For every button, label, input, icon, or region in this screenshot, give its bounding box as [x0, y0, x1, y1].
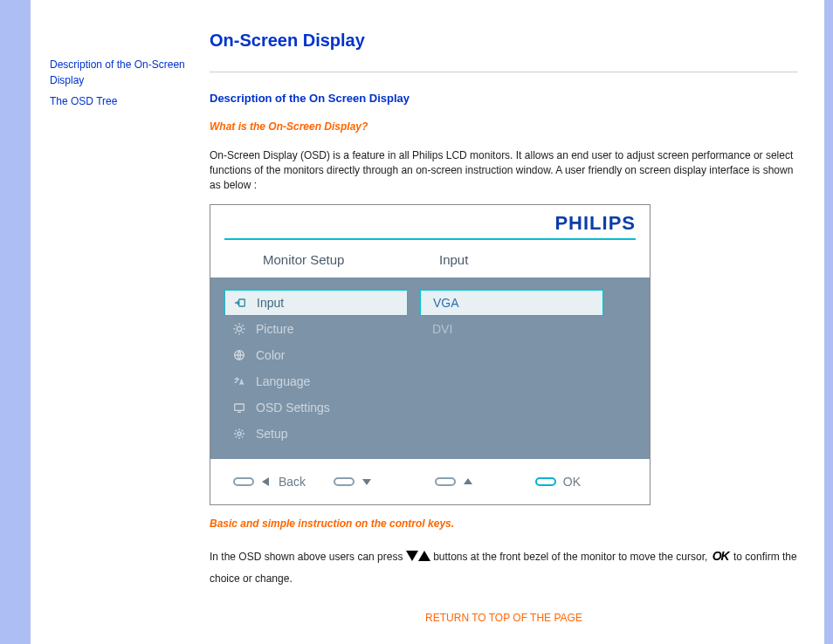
main-content: On-Screen Display Description of the On …	[196, 0, 824, 644]
section-heading: Description of the On Screen Display	[210, 92, 798, 105]
divider	[210, 72, 798, 72]
osd-menu-label: Color	[256, 348, 285, 362]
osd-menu-language[interactable]: Language	[224, 368, 408, 394]
pill-icon	[233, 477, 254, 486]
sidebar: Description of the On-Screen Display The…	[31, 0, 196, 644]
osd-menu-label: Setup	[256, 427, 288, 441]
osd-column-headers: Monitor Setup Input	[210, 240, 650, 277]
osd-header-right: Input	[429, 252, 603, 267]
osd-nav-ok[interactable]: OK	[535, 475, 627, 489]
osd-nav-ok-label: OK	[563, 475, 581, 489]
instruction-heading: Basic and simple instruction on the cont…	[210, 517, 798, 530]
triangle-down-icon	[361, 476, 372, 487]
pill-icon	[334, 477, 355, 486]
svg-marker-8	[406, 551, 418, 561]
osd-sub-vga[interactable]: VGA	[420, 290, 603, 316]
osd-nav-up[interactable]	[435, 476, 527, 487]
svg-marker-9	[418, 551, 430, 561]
instruction-paragraph: In the OSD shown above users can press b…	[210, 544, 798, 589]
pill-icon	[435, 477, 456, 486]
sidebar-link-description[interactable]: Description of the On-Screen Display	[50, 57, 188, 88]
osd-menu-label: Picture	[256, 322, 294, 336]
svg-marker-6	[362, 479, 371, 485]
svg-marker-5	[262, 477, 269, 486]
intro-paragraph: On-Screen Display (OSD) is a feature in …	[210, 148, 798, 192]
globe-icon	[231, 347, 247, 363]
language-icon	[231, 373, 247, 389]
return-to-top-link[interactable]: RETURN TO TOP OF THE PAGE	[210, 612, 798, 624]
input-icon	[232, 295, 248, 311]
brightness-icon	[231, 321, 247, 337]
brand-logo: PHILIPS	[554, 212, 636, 234]
osd-menu-osd-settings[interactable]: OSD Settings	[224, 394, 408, 421]
osd-sub-dvi[interactable]: DVI	[420, 316, 603, 342]
pill-icon	[535, 477, 556, 486]
osd-nav-down[interactable]	[334, 476, 425, 487]
osd-top-bar: PHILIPS	[210, 205, 650, 236]
page-title: On-Screen Display	[210, 31, 798, 51]
triangle-up-icon	[418, 547, 430, 568]
osd-menu-column: Input Picture Color	[224, 290, 408, 447]
osd-header-left: Monitor Setup	[210, 252, 429, 267]
osd-menu-picture[interactable]: Picture	[224, 316, 408, 342]
gear-icon	[231, 426, 247, 442]
svg-point-1	[237, 327, 241, 332]
triangle-left-icon	[261, 476, 272, 487]
osd-body: Input Picture Color	[210, 277, 650, 459]
osd-sub-label: DVI	[432, 322, 452, 336]
osd-menu-label: Input	[257, 296, 284, 310]
osd-nav-bar: Back OK	[210, 459, 650, 504]
osd-menu-color[interactable]: Color	[224, 342, 408, 368]
osd-menu-input[interactable]: Input	[224, 290, 408, 316]
osd-sub-label: VGA	[433, 296, 459, 310]
triangle-down-icon	[406, 547, 418, 568]
svg-rect-3	[235, 404, 244, 410]
triangle-up-icon	[463, 476, 473, 487]
osd-menu-setup[interactable]: Setup	[224, 421, 408, 447]
svg-rect-0	[239, 299, 245, 306]
svg-marker-7	[464, 478, 472, 484]
osd-panel: PHILIPS Monitor Setup Input Input	[210, 204, 651, 505]
question-heading: What is the On-Screen Display?	[210, 120, 798, 133]
right-margin-bar	[824, 0, 833, 644]
osd-menu-label: OSD Settings	[256, 401, 330, 414]
osd-nav-back[interactable]: Back	[233, 475, 325, 489]
left-margin-bar	[0, 0, 31, 644]
svg-point-4	[238, 432, 241, 435]
osd-nav-back-label: Back	[279, 475, 306, 489]
instr-text-1: In the OSD shown above users can press	[210, 551, 403, 563]
sidebar-link-osd-tree[interactable]: The OSD Tree	[50, 93, 188, 109]
screen-icon	[231, 400, 247, 415]
instr-text-2: buttons at the front bezel of the monito…	[433, 551, 707, 563]
ok-glyph: OK	[711, 549, 731, 563]
osd-menu-label: Language	[256, 374, 310, 388]
osd-submenu-column: VGA DVI	[420, 290, 603, 447]
